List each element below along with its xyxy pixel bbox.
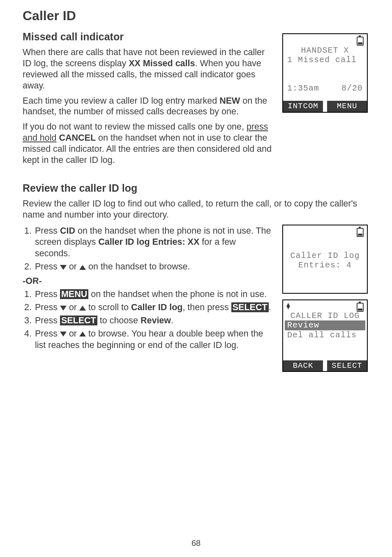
softkey-left[interactable]: BACK bbox=[283, 360, 323, 371]
text: or bbox=[67, 329, 79, 339]
text: or bbox=[67, 302, 79, 312]
lcd-date: 8/20 bbox=[341, 84, 363, 93]
text: Each time you review a caller ID log ent… bbox=[23, 96, 219, 106]
key-select: SELECT bbox=[60, 316, 97, 325]
lcd-softkeys: INTCOM MENU bbox=[283, 101, 367, 112]
battery-icon bbox=[357, 37, 364, 46]
page-title: Caller ID bbox=[23, 8, 369, 23]
lcd-line: HANDSET X bbox=[285, 46, 365, 55]
text: on the handset when the phone is not in … bbox=[88, 289, 267, 299]
lcd-screen-entries: Caller ID log Entries: 4 bbox=[282, 225, 368, 294]
or-label: -OR- bbox=[23, 276, 273, 286]
list-item: Press or to scroll to Caller ID log, the… bbox=[34, 302, 273, 313]
text-bold: Review bbox=[141, 316, 171, 325]
key-menu: MENU bbox=[60, 289, 88, 299]
list-item: Press or to browse. You hear a double be… bbox=[34, 328, 273, 351]
lcd-screen-menu: ▲▼ CALLER ID LOG Review Del all calls BA… bbox=[282, 299, 368, 372]
text: . bbox=[171, 316, 173, 325]
triangle-up-icon bbox=[79, 306, 86, 311]
text-bold: Caller ID log Entries: XX bbox=[98, 237, 199, 247]
updown-icon: ▲▼ bbox=[286, 304, 290, 310]
triangle-up-icon bbox=[79, 265, 86, 270]
lcd-menu-item[interactable]: Del all calls bbox=[285, 330, 365, 340]
key-select: SELECT bbox=[231, 302, 269, 312]
lcd-screen-missed: HANDSET X 1 Missed call 1:35am 8/20 INTC… bbox=[282, 33, 368, 113]
triangle-down-icon bbox=[60, 332, 67, 337]
text: Press bbox=[35, 262, 60, 272]
text: If you do not want to review the missed … bbox=[23, 122, 247, 132]
lcd-menu-title: CALLER ID LOG bbox=[285, 311, 365, 320]
softkey-right[interactable]: SELECT bbox=[327, 360, 367, 371]
list-item: Press MENU on the handset when the phone… bbox=[34, 289, 273, 300]
text: Press bbox=[35, 329, 60, 339]
text-bold: CID bbox=[60, 226, 75, 236]
section-review-heading: Review the caller ID log bbox=[23, 182, 369, 194]
text: Press bbox=[35, 226, 60, 236]
text: or bbox=[67, 262, 79, 272]
text: Press bbox=[35, 316, 60, 325]
triangle-up-icon bbox=[79, 332, 86, 337]
lcd-line: Entries: 4 bbox=[285, 260, 365, 270]
section-missed-heading: Missed call indicator bbox=[23, 31, 273, 43]
list-item: Press SELECT to choose Review. bbox=[34, 315, 273, 327]
text: Press bbox=[35, 289, 60, 299]
steps-list-b: Press MENU on the handset when the phone… bbox=[23, 289, 273, 351]
missed-para-1: When there are calls that have not been … bbox=[23, 47, 273, 91]
list-item: Press CID on the handset when the phone … bbox=[34, 225, 273, 260]
text-bold: XX Missed calls bbox=[129, 58, 195, 68]
lcd-line: Caller ID log bbox=[285, 251, 365, 260]
page-number: 68 bbox=[0, 538, 392, 548]
text: on the handset to browse. bbox=[86, 262, 190, 272]
triangle-down-icon bbox=[60, 265, 67, 270]
text: . bbox=[269, 302, 271, 312]
softkey-right[interactable]: MENU bbox=[327, 101, 367, 112]
softkey-gap bbox=[323, 360, 327, 371]
missed-para-3: If you do not want to review the missed … bbox=[23, 121, 273, 166]
list-item: Press or on the handset to browse. bbox=[34, 261, 273, 273]
text-bold: Caller ID log bbox=[131, 302, 182, 312]
lcd-softkeys: BACK SELECT bbox=[283, 360, 367, 371]
text: Press bbox=[35, 302, 60, 312]
lcd-line: 1 Missed call bbox=[285, 55, 365, 65]
lcd-time: 1:35am bbox=[287, 84, 319, 93]
steps-list-a: Press CID on the handset when the phone … bbox=[23, 225, 273, 273]
missed-para-2: Each time you review a caller ID log ent… bbox=[23, 95, 273, 118]
text: to choose bbox=[97, 316, 141, 325]
battery-icon bbox=[357, 228, 364, 237]
softkey-left[interactable]: INTCOM bbox=[283, 101, 323, 112]
triangle-down-icon bbox=[60, 306, 67, 311]
text-bold: NEW bbox=[219, 96, 240, 106]
lcd-time-row: 1:35am 8/20 bbox=[285, 84, 365, 93]
text: , then press bbox=[182, 302, 231, 312]
text: to scroll to bbox=[86, 302, 131, 312]
lcd-menu-selected[interactable]: Review bbox=[285, 320, 365, 330]
softkey-gap bbox=[323, 101, 327, 112]
review-intro: Review the caller ID log to find out who… bbox=[23, 198, 369, 220]
battery-icon bbox=[357, 303, 364, 312]
text-bold: CANCEL bbox=[59, 133, 96, 143]
